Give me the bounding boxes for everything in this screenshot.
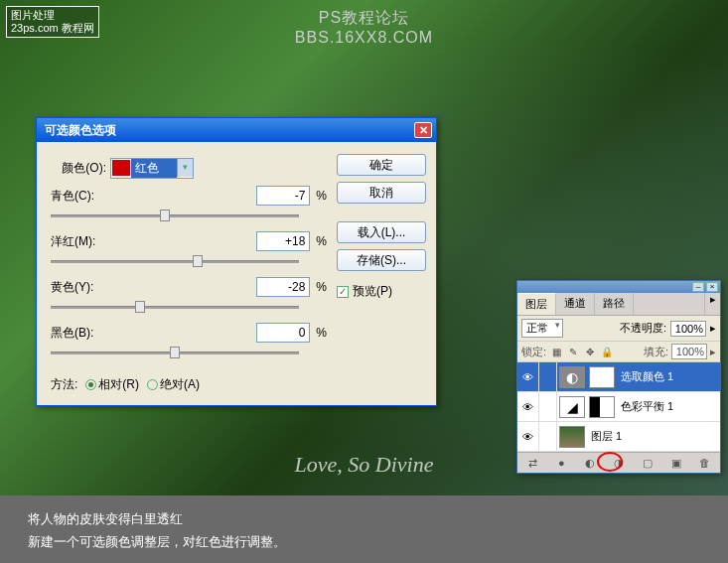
method-relative-radio[interactable]: 相对(R) [85, 376, 139, 393]
lock-label: 锁定: [521, 345, 546, 359]
adjustment-thumb[interactable]: ◐ [559, 366, 585, 388]
watermark-text: BBS.16XX8.COM [295, 29, 433, 47]
panel-menu-icon[interactable]: ▸ [704, 293, 720, 315]
visibility-icon[interactable]: 👁 [517, 392, 539, 421]
caption-line: 将人物的皮肤变得白里透红 [28, 507, 700, 530]
color-swatch [112, 160, 130, 176]
cyan-label: 青色(C): [51, 188, 256, 205]
opacity-label: 不透明度: [620, 321, 666, 336]
adjustment-icon[interactable]: ◑ [609, 455, 629, 471]
yellow-slider[interactable] [51, 301, 299, 313]
black-label: 黑色(B): [51, 325, 256, 342]
percent-label: % [316, 189, 327, 203]
radio-label: 绝对(A) [160, 376, 200, 393]
layer-row[interactable]: 👁 图层 1 [517, 422, 720, 452]
link-col[interactable] [539, 362, 557, 391]
fx-icon[interactable]: ● [551, 455, 571, 471]
watermark-text: 23ps.com 教程网 [11, 22, 94, 35]
yellow-slider-row: 黄色(Y): % [51, 277, 327, 313]
black-slider-row: 黑色(B): % [51, 323, 327, 358]
checkbox-icon: ✓ [337, 286, 349, 298]
trash-icon[interactable]: 🗑 [694, 455, 714, 471]
chevron-down-icon[interactable]: ▾ [177, 159, 193, 177]
save-button[interactable]: 存储(S)... [337, 249, 426, 271]
method-absolute-radio[interactable]: 绝对(A) [147, 376, 200, 393]
tab-paths[interactable]: 路径 [595, 293, 634, 315]
selective-color-dialog: 可选颜色选项 ✕ 颜色(O): 红色 ▾ 青色(C): % [36, 117, 437, 406]
method-label: 方法: [51, 376, 77, 393]
magenta-slider[interactable] [51, 255, 299, 267]
folder-icon[interactable]: ▢ [638, 455, 657, 471]
magenta-label: 洋红(M): [51, 233, 256, 250]
mask-icon[interactable]: ◐ [580, 455, 600, 471]
chevron-icon[interactable]: ▸ [710, 346, 716, 358]
visibility-icon[interactable]: 👁 [517, 362, 539, 391]
adjustment-thumb[interactable]: ◢ [559, 396, 585, 418]
layers-panel: – × 图层 通道 路径 ▸ 正常 不透明度: 100% ▸ 锁定: ▦ ✎ ✥… [516, 280, 721, 474]
cancel-button[interactable]: 取消 [337, 182, 426, 204]
cyan-slider-row: 青色(C): % [51, 186, 327, 221]
close-icon[interactable]: ✕ [414, 122, 432, 138]
cyan-input[interactable] [256, 186, 310, 206]
opacity-input[interactable]: 100% [670, 321, 706, 337]
visibility-icon[interactable]: 👁 [517, 422, 539, 451]
blend-mode-select[interactable]: 正常 [521, 319, 563, 338]
watermark-text: 图片处理 [11, 9, 94, 22]
radio-icon [85, 379, 96, 390]
panel-titlebar[interactable]: – × [517, 281, 720, 293]
tab-layers[interactable]: 图层 [517, 293, 556, 315]
link-icon[interactable]: ⇄ [522, 455, 542, 471]
caption-line: 新建一个可选颜色调整层，对红色进行调整。 [28, 530, 700, 553]
lock-transparent-icon[interactable]: ▦ [549, 345, 563, 358]
load-button[interactable]: 载入(L)... [337, 221, 426, 243]
fill-input[interactable]: 100% [671, 344, 707, 359]
radio-icon [147, 379, 158, 390]
tutorial-caption: 将人物的皮肤变得白里透红 新建一个可选颜色调整层，对红色进行调整。 [0, 495, 728, 563]
color-label: 颜色(O): [51, 160, 110, 177]
layer-row[interactable]: 👁 ◢ 色彩平衡 1 [517, 392, 720, 422]
minimize-icon[interactable]: – [692, 282, 704, 292]
link-col[interactable] [539, 422, 557, 451]
layer-name[interactable]: 选取颜色 1 [617, 369, 720, 384]
yellow-input[interactable] [256, 277, 310, 297]
percent-label: % [316, 326, 327, 340]
magenta-input[interactable] [256, 231, 310, 251]
fill-label: 填充: [644, 345, 668, 359]
watermark-top: PS教程论坛 BBS.16XX8.COM [295, 8, 433, 47]
color-value: 红色 [131, 159, 177, 178]
mask-thumb[interactable] [589, 396, 615, 418]
panel-footer: ⇄ ● ◐ ◑ ▢ ▣ 🗑 [517, 452, 720, 473]
percent-label: % [316, 280, 327, 294]
panel-tabs: 图层 通道 路径 ▸ [517, 293, 720, 316]
watermark-text: PS教程论坛 [295, 8, 433, 29]
method-group: 方法: 相对(R) 绝对(A) [51, 376, 327, 393]
percent-label: % [316, 234, 327, 248]
link-col[interactable] [539, 392, 557, 421]
black-input[interactable] [256, 323, 310, 343]
photoshop-canvas: 图片处理 23ps.com 教程网 PS教程论坛 BBS.16XX8.COM L… [0, 0, 728, 495]
layer-name[interactable]: 图层 1 [587, 429, 720, 444]
lock-move-icon[interactable]: ✥ [583, 345, 597, 358]
layer-row[interactable]: 👁 ◐ 选取颜色 1 [517, 362, 720, 392]
magenta-slider-row: 洋红(M): % [51, 231, 327, 267]
close-icon[interactable]: × [706, 282, 718, 292]
dialog-titlebar[interactable]: 可选颜色选项 ✕ [37, 118, 436, 142]
mask-thumb[interactable] [589, 366, 615, 388]
ok-button[interactable]: 确定 [337, 154, 426, 176]
chevron-icon[interactable]: ▸ [710, 322, 716, 335]
layer-name[interactable]: 色彩平衡 1 [617, 399, 720, 414]
lock-all-icon[interactable]: 🔒 [600, 345, 614, 358]
tab-channels[interactable]: 通道 [556, 293, 595, 315]
black-slider[interactable] [51, 347, 299, 358]
watermark-bottom: Love, So Divine [295, 452, 434, 478]
image-thumb[interactable] [559, 426, 585, 448]
new-layer-icon[interactable]: ▣ [666, 455, 686, 471]
preview-label: 预览(P) [353, 283, 392, 300]
lock-paint-icon[interactable]: ✎ [566, 345, 580, 358]
radio-label: 相对(R) [98, 376, 139, 393]
color-dropdown[interactable]: 红色 ▾ [110, 158, 194, 179]
cyan-slider[interactable] [51, 210, 299, 221]
yellow-label: 黄色(Y): [51, 279, 256, 296]
preview-checkbox[interactable]: ✓ 预览(P) [337, 283, 426, 300]
dialog-title: 可选颜色选项 [45, 122, 116, 139]
